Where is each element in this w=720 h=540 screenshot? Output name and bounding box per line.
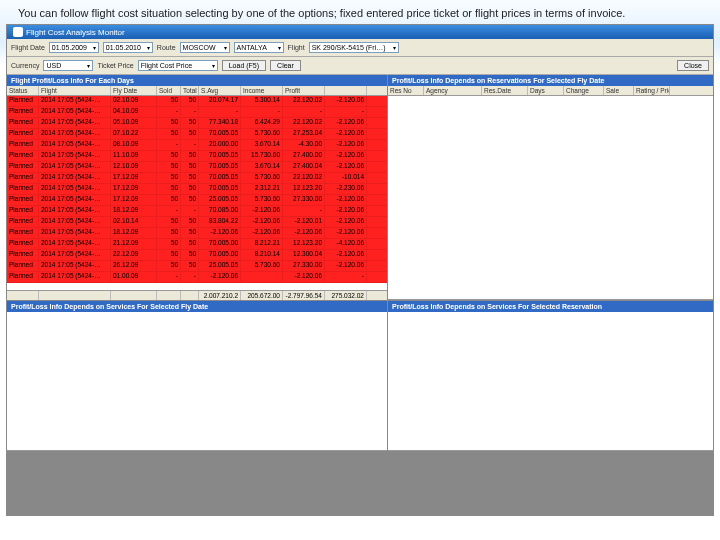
flight-date-to[interactable]: 01.05.2010 (103, 42, 153, 53)
table-row[interactable]: Planned2014 17:05 (5424-…17.12.09505070.… (7, 173, 387, 184)
grid-c-totals (7, 450, 387, 451)
load-button[interactable]: Load (F5) (222, 60, 266, 71)
pane-a-header: Flight Profit/Loss Info For Each Days (7, 75, 387, 86)
pane-flight-profit-loss: Flight Profit/Loss Info For Each Days St… (7, 75, 387, 300)
window-title: Flight Cost Analysis Monitor (26, 28, 125, 37)
grid-b[interactable]: Res NoAgencyRes.DateDaysChangeSaleRating… (388, 86, 713, 299)
app-window: Flight Cost Analysis Monitor Flight Date… (6, 24, 714, 516)
grid-c[interactable] (7, 312, 387, 450)
ticket-price-label: Ticket Price (97, 62, 133, 69)
pane-d-header: Profit/Loss Info Depends on Services For… (388, 301, 713, 312)
route-from[interactable]: MOSCOW (180, 42, 230, 53)
grid-a[interactable]: StatusFlightFly DateSoldTotalS.AvgIncome… (7, 86, 387, 290)
route-to[interactable]: ANTALYA (234, 42, 284, 53)
flight-select[interactable]: SK 290/SK-5415 (Fri…) (309, 42, 399, 53)
flight-date-label: Flight Date (11, 44, 45, 51)
flight-date-from[interactable]: 01.05.2009 (49, 42, 99, 53)
grid-b-totals (388, 299, 713, 300)
table-row[interactable]: Planned2014 17:05 (5424-…12.10.09505070.… (7, 162, 387, 173)
app-icon (13, 27, 23, 37)
flight-label: Flight (288, 44, 305, 51)
pane-c-header: Profit/Loss Info Depends on Services For… (7, 301, 387, 312)
table-row[interactable]: Planned2014 17:05 (5424-…18.12.095050-2.… (7, 228, 387, 239)
table-row[interactable]: Planned2014 17:05 (5424-…18.12.09--70.08… (7, 206, 387, 217)
table-row[interactable]: Planned2014 17:05 (5424-…04.10.09------ (7, 107, 387, 118)
currency-select[interactable]: USD (43, 60, 93, 71)
grid-a-totals: 2.007.210.2205.672.00-2.797.96.54275.032… (7, 290, 387, 300)
table-row[interactable]: Planned2014 17:05 (5424-…17.12.09505070.… (7, 184, 387, 195)
currency-label: Currency (11, 62, 39, 69)
table-row[interactable]: Planned2014 17:05 (5424-…08.10.09--20.00… (7, 140, 387, 151)
table-row[interactable]: Planned2014 17:05 (5424-…17.12.09505025.… (7, 195, 387, 206)
pane-services-flydate: Profit/Loss Info Depends on Services For… (7, 301, 387, 451)
slide-caption: You can follow flight cost situation sel… (0, 0, 720, 24)
ticket-price-select[interactable]: Flight Cost Price (138, 60, 218, 71)
grid-d[interactable] (388, 312, 713, 450)
table-row[interactable]: Planned2014 17:05 (5424-…02.10.14505083.… (7, 217, 387, 228)
window-titlebar: Flight Cost Analysis Monitor (7, 25, 713, 39)
pane-services-reservation: Profit/Loss Info Depends on Services For… (388, 301, 713, 451)
pane-b-header: Profit/Loss Info Depends on Reservations… (388, 75, 713, 86)
toolbar-row-2: Currency USD Ticket Price Flight Cost Pr… (7, 57, 713, 75)
panes-container: Flight Profit/Loss Info For Each Days St… (7, 75, 713, 515)
close-button[interactable]: Close (677, 60, 709, 71)
table-row[interactable]: Planned2014 17:05 (5424-…02.10.09505020.… (7, 96, 387, 107)
toolbar-row-1: Flight Date 01.05.2009 01.05.2010 Route … (7, 39, 713, 57)
table-row[interactable]: Planned2014 17:05 (5424-…26.12.09505025.… (7, 261, 387, 272)
table-row[interactable]: Planned2014 17:05 (5424-…22.12.09505070.… (7, 250, 387, 261)
table-row[interactable]: Planned2014 17:05 (5424-…07.10.22505070.… (7, 129, 387, 140)
clear-button[interactable]: Clear (270, 60, 301, 71)
route-label: Route (157, 44, 176, 51)
table-row[interactable]: Planned2014 17:05 (5424-…21.12.09505070.… (7, 239, 387, 250)
pane-reservations: Profit/Loss Info Depends on Reservations… (388, 75, 713, 300)
table-row[interactable]: Planned2014 17:05 (5424-…11.10.09505070.… (7, 151, 387, 162)
table-row[interactable]: Planned2014 17:05 (5424-…05.10.09505077.… (7, 118, 387, 129)
grid-d-totals (388, 450, 713, 451)
table-row[interactable]: Planned2014 17:05 (5424-…01.00.09---2.12… (7, 272, 387, 283)
